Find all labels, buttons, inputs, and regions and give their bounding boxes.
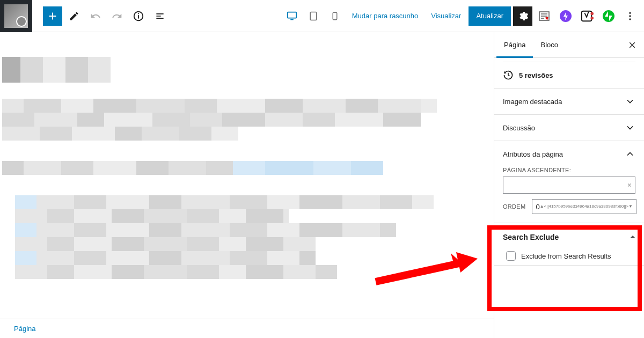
plugin-purple-button[interactable]: [556, 6, 575, 26]
mobile-icon: [330, 11, 340, 21]
block-breadcrumb[interactable]: Página: [0, 319, 494, 338]
device-mobile-button[interactable]: [325, 6, 345, 26]
device-desktop-button[interactable]: [282, 6, 302, 26]
info-button[interactable]: [129, 6, 148, 26]
svg-point-15: [603, 10, 614, 22]
svg-rect-1: [138, 15, 139, 18]
caret-up-icon: [630, 234, 635, 240]
more-vertical-icon: [625, 11, 635, 21]
panel-page-attributes-title: Atributos da página: [503, 150, 563, 158]
tab-page[interactable]: Página: [496, 32, 533, 58]
parent-page-label: PÁGINA ASCENDENTE:: [503, 167, 635, 173]
plugin-notes-button[interactable]: [535, 6, 554, 26]
svg-rect-6: [333, 12, 337, 20]
editor-body: Página Página Bloco 5 revisões Imagem de…: [0, 32, 644, 338]
site-avatar[interactable]: [0, 0, 32, 32]
panel-page-attributes: Atributos da página PÁGINA ASCENDENTE: ×…: [494, 141, 644, 223]
switch-to-draft-button[interactable]: Mudar para rascunho: [347, 6, 424, 26]
tablet-icon: [308, 11, 319, 21]
gear-icon: [517, 10, 529, 22]
undo-icon: [90, 11, 101, 21]
more-menu-button[interactable]: [620, 6, 640, 26]
edit-mode-button[interactable]: [64, 6, 84, 26]
order-value: 0: [536, 203, 539, 211]
plugin-jetpack-button[interactable]: [599, 6, 618, 26]
panel-featured-image: Imagem destacada: [494, 89, 644, 115]
svg-point-18: [629, 18, 631, 20]
list-icon: [155, 11, 165, 21]
panel-discussion: Discussão: [494, 115, 644, 141]
exclude-checkbox-row[interactable]: Exclude from Search Results: [506, 251, 635, 261]
close-icon: [628, 41, 636, 49]
preview-button[interactable]: Visualizar: [426, 6, 466, 26]
revisions-row[interactable]: 5 revisões: [494, 62, 644, 89]
bolt-circle-icon: [559, 10, 572, 23]
svg-rect-4: [290, 19, 294, 20]
panel-discussion-title: Discussão: [503, 124, 535, 132]
post-content-placeholder: [0, 32, 494, 279]
sidebar-tabs: Página Bloco: [494, 32, 644, 58]
svg-point-17: [629, 15, 631, 17]
undo-button[interactable]: [86, 6, 105, 26]
chevron-down-icon: [625, 96, 635, 107]
plus-icon: [47, 10, 58, 22]
panel-search-exclude-toggle[interactable]: Search Exclude: [503, 233, 635, 241]
redo-button[interactable]: [107, 6, 127, 26]
svg-point-16: [629, 12, 631, 13]
redo-icon: [112, 11, 122, 21]
spinner-buttons[interactable]: ▲<||4157b959be334964a18c9a38098dfb60||>▼: [540, 205, 633, 208]
sidebar-scroll[interactable]: 5 revisões Imagem destacada Discussão At…: [494, 58, 644, 338]
panel-featured-image-title: Imagem destacada: [503, 98, 562, 106]
settings-button[interactable]: [513, 6, 532, 26]
device-tablet-button[interactable]: [304, 6, 323, 26]
svg-point-13: [590, 12, 594, 15]
panel-featured-image-toggle[interactable]: Imagem destacada: [494, 89, 644, 114]
plugin-yoast-button[interactable]: [577, 6, 597, 26]
svg-rect-2: [138, 13, 139, 14]
add-block-button[interactable]: [43, 6, 62, 26]
history-icon: [503, 70, 514, 80]
svg-rect-5: [310, 12, 317, 20]
settings-sidebar: Página Bloco 5 revisões Imagem destacada: [494, 32, 644, 338]
exclude-checkbox-label: Exclude from Search Results: [521, 252, 611, 260]
order-input[interactable]: 0 ▲<||4157b959be334964a18c9a38098dfb60||…: [532, 199, 636, 214]
jetpack-icon: [602, 10, 615, 23]
exclude-checkbox[interactable]: [506, 251, 516, 261]
outline-button[interactable]: [150, 6, 170, 26]
info-icon: [133, 10, 144, 22]
close-sidebar-button[interactable]: [623, 35, 642, 55]
update-button[interactable]: Atualizar: [469, 6, 511, 26]
panel-discussion-toggle[interactable]: Discussão: [494, 115, 644, 141]
panel-search-exclude: Search Exclude Exclude from Search Resul…: [494, 223, 644, 266]
revisions-label: 5 revisões: [519, 71, 553, 79]
parent-page-select[interactable]: ×: [503, 177, 635, 194]
clear-icon[interactable]: ×: [627, 181, 632, 189]
tab-block[interactable]: Bloco: [533, 32, 566, 58]
yoast-icon: [581, 10, 594, 23]
svg-rect-3: [287, 12, 296, 18]
order-label: ORDEM: [503, 203, 525, 210]
panel-next-truncated[interactable]: ███ ██ ████: [494, 266, 644, 278]
top-toolbar: Mudar para rascunho Visualizar Atualizar: [0, 0, 644, 32]
panel-search-exclude-title: Search Exclude: [503, 233, 559, 241]
panel-page-attributes-toggle[interactable]: Atributos da página: [494, 141, 644, 167]
chevron-down-icon: [625, 122, 635, 133]
svg-point-14: [590, 16, 594, 19]
chevron-up-icon: [625, 149, 635, 159]
pencil-icon: [69, 11, 79, 21]
editor-canvas[interactable]: Página: [0, 32, 494, 338]
desktop-icon: [286, 10, 298, 22]
notes-icon: [538, 10, 551, 23]
